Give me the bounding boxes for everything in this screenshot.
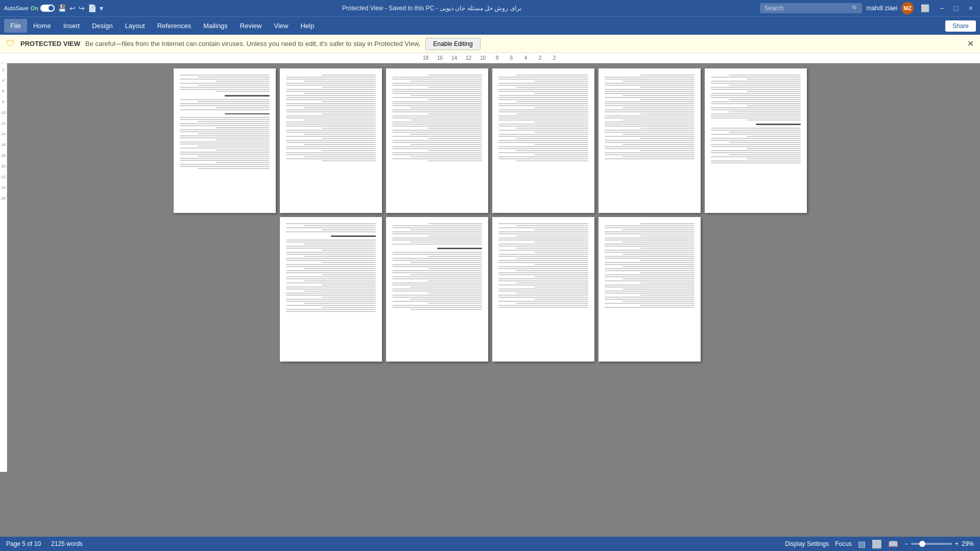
user-avatar[interactable]: MZ (901, 2, 914, 14)
search-input[interactable] (760, 3, 862, 13)
close-protected-bar-icon[interactable]: ✕ (967, 39, 974, 49)
page-2-content (286, 75, 376, 161)
line (498, 156, 588, 157)
page-7[interactable] (280, 217, 382, 362)
undo-icon[interactable]: ↩ (69, 4, 76, 12)
line (428, 223, 482, 224)
zoom-in-button[interactable]: + (955, 540, 959, 547)
line (392, 233, 482, 234)
line (711, 152, 801, 153)
line (180, 79, 270, 80)
line (286, 270, 376, 271)
line (322, 150, 376, 151)
document-area[interactable] (0, 63, 980, 537)
reading-view-icon[interactable]: 📖 (888, 539, 898, 549)
page-6[interactable] (705, 68, 807, 213)
line (392, 105, 482, 106)
line (605, 115, 695, 116)
redo-icon[interactable]: ↪ (79, 4, 85, 12)
save-icon[interactable]: 💾 (58, 4, 66, 12)
zoom-slider[interactable] (911, 543, 952, 545)
page-8[interactable] (386, 217, 488, 362)
menu-item-layout[interactable]: Layout (119, 19, 151, 33)
dropdown-icon[interactable]: ▾ (100, 4, 103, 12)
menu-item-review[interactable]: Review (234, 19, 268, 33)
display-settings[interactable]: Display Settings (785, 540, 829, 547)
menu-item-help[interactable]: Help (294, 19, 320, 33)
zoom-out-button[interactable]: − (904, 540, 908, 547)
line (410, 144, 482, 145)
line (711, 115, 801, 116)
line (286, 115, 376, 116)
line (180, 87, 270, 88)
line (410, 229, 482, 230)
line (623, 254, 695, 255)
line (516, 87, 588, 88)
line (198, 85, 270, 86)
line (534, 132, 588, 133)
line (392, 291, 482, 292)
enable-editing-button[interactable]: Enable Editing (425, 38, 480, 50)
new-doc-icon[interactable]: 📄 (88, 4, 97, 12)
protected-label: PROTECTED VIEW (20, 40, 80, 47)
page-5[interactable] (599, 68, 701, 213)
line (428, 150, 482, 151)
page-10[interactable] (599, 217, 701, 362)
line (392, 77, 482, 78)
page-4[interactable] (492, 68, 594, 213)
ribbon-display-icon[interactable]: ⬜ (918, 3, 933, 13)
minimize-button[interactable]: − (937, 3, 947, 13)
line (322, 307, 376, 308)
maximize-button[interactable]: □ (951, 3, 961, 13)
menu-item-home[interactable]: Home (27, 19, 57, 33)
line (498, 284, 588, 285)
line (498, 291, 588, 292)
line (180, 89, 270, 90)
line (711, 109, 801, 110)
menu-item-insert[interactable]: Insert (57, 19, 86, 33)
line (410, 156, 482, 157)
line (498, 117, 588, 118)
page-1[interactable] (174, 68, 276, 213)
page-9[interactable] (492, 217, 594, 362)
line (392, 278, 482, 279)
page-1-content (180, 75, 270, 169)
page-2[interactable] (280, 68, 382, 213)
web-layout-view-icon[interactable]: ⬜ (872, 539, 882, 549)
share-button[interactable]: Share (945, 20, 976, 32)
autosave-toggle-switch[interactable] (40, 5, 55, 12)
line (516, 225, 588, 226)
close-button[interactable]: × (966, 3, 976, 13)
line (304, 244, 376, 245)
word-count: 2125 words (51, 540, 83, 547)
line (534, 81, 588, 82)
line (286, 142, 376, 143)
print-layout-view-icon[interactable]: ▤ (858, 539, 866, 549)
line (286, 305, 376, 306)
page-3[interactable] (386, 68, 488, 213)
menu-item-file[interactable]: File (4, 19, 27, 33)
line (605, 103, 695, 104)
menu-item-mailings[interactable]: Mailings (197, 19, 234, 33)
line (392, 140, 482, 141)
menu-item-view[interactable]: View (268, 19, 294, 33)
line (498, 146, 588, 147)
line (498, 250, 588, 251)
line (286, 309, 376, 310)
line (286, 136, 376, 137)
page-9-content (498, 223, 588, 308)
line (640, 113, 695, 114)
line (711, 81, 801, 82)
line (322, 250, 376, 251)
autosave-toggle[interactable]: AutoSave On (4, 5, 55, 12)
line (392, 142, 482, 143)
protected-view-bar: 🛡 PROTECTED VIEW Be careful—files from t… (0, 35, 980, 53)
line (304, 280, 376, 281)
ruler-mark-16: 16 (433, 55, 447, 61)
line (516, 101, 588, 102)
menu-item-design[interactable]: Design (86, 19, 118, 33)
line (198, 101, 270, 102)
menu-item-references[interactable]: References (151, 19, 197, 33)
focus-button[interactable]: Focus (835, 540, 852, 547)
user-name: mahdi ziaei (866, 5, 897, 12)
